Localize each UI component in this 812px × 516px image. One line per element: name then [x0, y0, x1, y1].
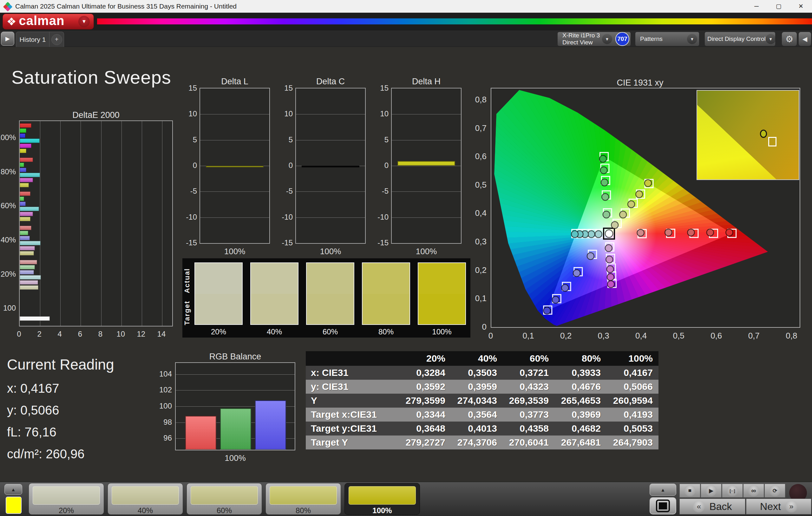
calman-logo-text: calman [19, 13, 64, 28]
refresh-button[interactable]: ⟳ [764, 484, 785, 497]
cie-measured-point-magenta [606, 256, 613, 263]
deltae-group-label: 60% [1, 201, 16, 210]
table-cell: 0,3721 [503, 366, 554, 380]
chevron-down-icon[interactable]: ▼ [78, 16, 90, 27]
pattern-percent-label: 100% [345, 506, 419, 515]
gridline [142, 121, 142, 326]
swatch-actual [307, 263, 354, 294]
loop-icon: ∞ [748, 485, 759, 496]
table-row-label: x: CIE31 [306, 366, 399, 380]
deltaH-y-axis: 151050-5-10-15 [373, 88, 390, 244]
play-button[interactable]: ▶ [701, 484, 722, 497]
table-cell: 0,3773 [503, 407, 554, 422]
tab-history-1[interactable]: History 1 + [16, 32, 64, 47]
gridline [81, 121, 81, 326]
meter-count-badge[interactable]: 707 [615, 32, 629, 46]
deltae-bar-red [20, 226, 31, 230]
table-cell: 265,4653 [554, 394, 606, 407]
pattern-button-20%[interactable]: 20% [29, 483, 104, 515]
measurement-table: 20%40%60%80%100%x: CIE310,32840,35030,37… [306, 351, 659, 450]
cie-x-tick: 0,6 [710, 331, 722, 341]
deltae-x-tick: 6 [78, 330, 82, 338]
pattern-window-button[interactable]: [··] [722, 484, 743, 497]
settings-button[interactable]: ⚙ [782, 32, 797, 46]
rgb-y-tick: 96 [163, 433, 172, 443]
table-row-label: y: CIE31 [306, 380, 399, 394]
patterns-dropdown[interactable]: Patterns ▼ [635, 32, 699, 46]
gridline [200, 140, 269, 141]
table-cell: 0,3592 [399, 380, 451, 394]
pattern-collapse-button[interactable]: ▲ [4, 484, 22, 495]
gridline [60, 121, 61, 326]
reading-x: x: 0,4167 [7, 381, 114, 396]
deltaH-y-tick: 15 [380, 84, 388, 93]
chevrons-right-icon: » [785, 500, 798, 513]
add-tab-button[interactable]: + [49, 32, 64, 47]
loop-button[interactable]: ∞ [743, 484, 764, 497]
app-icon [4, 3, 12, 11]
pattern-window-button[interactable] [649, 497, 676, 514]
calman-menu-button[interactable]: ❖ calman ▼ [3, 13, 94, 29]
cie-measured-point-cyan [588, 231, 595, 238]
table-cell: 0,4323 [503, 380, 554, 394]
cie-y-axis: 00,10,20,30,40,50,60,70,8 [471, 88, 489, 328]
app-window: Calman 2025 Calman Ultimate for Business… [0, 0, 812, 516]
deltae-bar-cyan [20, 139, 40, 143]
display-control-dropdown[interactable]: Direct Display Control ▼ [704, 32, 776, 46]
swatch-target [418, 294, 465, 325]
table-cell: 0,3564 [451, 407, 503, 422]
table-cell: 279,3599 [399, 394, 451, 407]
rgb-balance-title: RGB Balance [175, 352, 295, 362]
pattern-button-100%[interactable]: 100% [345, 483, 420, 515]
gridline [296, 217, 365, 218]
table-cell: 0,3933 [554, 366, 606, 380]
meter-dropdown[interactable]: X-Rite i1Pro 3Direct View ▼ 707 [557, 32, 631, 46]
swatch-target [195, 294, 242, 325]
deltae-x-tick: 8 [98, 330, 103, 338]
cie-measured-point-yellow [644, 180, 651, 187]
swatch-percent-label: 100% [418, 327, 466, 336]
deltaC-title: Delta C [295, 77, 366, 87]
maximize-button[interactable]: ▢ [767, 0, 790, 13]
deltae-chart-title: DeltaE 2000 [19, 110, 173, 120]
collapse-panel-button[interactable]: ◀ [799, 32, 811, 46]
deltae-bar-cyan [20, 173, 40, 177]
cie-inset-gamut-area [697, 91, 799, 179]
tab-scroll-button[interactable]: ▶ [1, 32, 14, 45]
pattern-button-80%[interactable]: 80% [265, 483, 341, 515]
deltae-group-label: 20% [1, 270, 16, 279]
table-col-header: 60% [503, 351, 554, 366]
chevron-down-icon: ▼ [602, 34, 612, 44]
close-button[interactable]: ✕ [790, 0, 812, 13]
deltae-bar-green [20, 265, 35, 269]
reading-y: y: 0,5066 [7, 403, 114, 418]
cie-y-tick: 0,7 [475, 123, 487, 133]
minimize-button[interactable]: ─ [745, 0, 767, 13]
reading-fl: fL: 76,16 [7, 425, 114, 439]
back-button[interactable]: « Back [679, 498, 745, 514]
title-bar: Calman 2025 Calman Ultimate for Business… [0, 0, 812, 13]
cie-measured-point-magenta [607, 281, 614, 288]
transport-collapse-button[interactable]: ▲ [649, 484, 676, 496]
table-col-header: 20% [399, 351, 451, 366]
table-row: y: CIE310,35920,39590,43230,46760,5066 [306, 380, 659, 394]
next-button[interactable]: Next » [746, 498, 811, 514]
gear-icon: ⚙ [785, 34, 793, 44]
cie-measured-point-green [600, 155, 606, 162]
pattern-button-60%[interactable]: 60% [186, 483, 262, 515]
deltae-bar-red [20, 123, 31, 128]
cie-measured-point-red [687, 229, 694, 236]
deltae-bar-blue [20, 236, 30, 240]
stop-button[interactable]: ■ [679, 484, 700, 497]
cie-y-tick: 0,2 [475, 265, 487, 275]
deltaC-y-tick: 5 [289, 135, 293, 144]
swatch-target [362, 294, 409, 325]
gridline [296, 140, 365, 141]
cie-measured-point-yellow [628, 201, 635, 208]
pattern-button-40%[interactable]: 40% [108, 483, 183, 515]
gridline [296, 191, 365, 192]
deltaL-y-axis: 151050-5-10-15 [181, 88, 198, 244]
pattern-window-icon: [··] [727, 485, 738, 496]
current-reading-block: Current Reading x: 0,4167 y: 0,5066 fL: … [7, 356, 114, 469]
deltaH-y-tick: 0 [384, 161, 388, 170]
